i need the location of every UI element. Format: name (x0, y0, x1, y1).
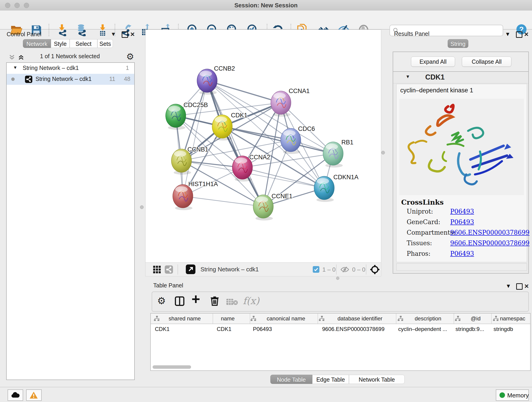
gene-section-header[interactable]: ▼ CDK1 (393, 72, 528, 83)
crosslink-tissues-link[interactable]: 9606.ENSP00000378699 (450, 240, 530, 247)
tab-style[interactable]: Style (51, 39, 70, 48)
horizontal-scrollbar-thumb[interactable] (152, 365, 191, 369)
column-header[interactable]: name (209, 315, 246, 322)
footer-divider (366, 264, 366, 274)
column-header[interactable]: shared name (162, 315, 208, 322)
crosslink-label: Compartments: (407, 229, 455, 236)
cloud-icon (11, 392, 20, 398)
cell-at-id[interactable]: stringdb:9... (456, 326, 490, 332)
delete-column-trash-icon[interactable] (209, 296, 220, 306)
fit-selected-crosshair-icon[interactable] (370, 264, 380, 275)
tab-network-table[interactable]: Network Table (349, 375, 405, 384)
table-options-gear-icon[interactable]: ⚙ (157, 295, 166, 306)
cell-name[interactable]: CDK1 (217, 326, 247, 332)
network-overview-icon[interactable] (165, 265, 173, 274)
crosslink-genecard-link[interactable]: P06493 (450, 218, 474, 225)
node-label-hist1h1a: HIST1H1A (188, 181, 218, 187)
crosslink-compartments-link[interactable]: 9606.ENSP00000378699 (450, 229, 530, 236)
cell-database-identifier[interactable]: 9606.ENSP00000378699 (322, 326, 393, 332)
add-column-icon[interactable]: + (191, 291, 200, 307)
function-builder-icon: f(x) (243, 295, 259, 306)
cell-description[interactable]: cyclin–dependent ... (398, 326, 451, 332)
column-header[interactable]: namespac (500, 315, 530, 322)
node-label-cdc25b: CDC25B (184, 102, 208, 108)
network-collection-row[interactable]: ▼ String Network – cdk1 1 (7, 64, 134, 73)
network-node-ccne1[interactable] (253, 195, 273, 220)
column-separator[interactable] (213, 313, 213, 324)
birds-eye-view-icon[interactable] (153, 265, 161, 274)
node-label-cdk1: CDK1 (231, 112, 247, 119)
gene-details-box: cyclin–dependent kinase 1 (396, 84, 527, 262)
column-header[interactable]: description (405, 315, 451, 322)
selected-counts: 1 – 0 (322, 266, 336, 273)
network-canvas[interactable]: CCNB2CCNA1CDC25BCDK1CDC6RB1CCNB1CCNA2CDK… (145, 30, 381, 263)
collapse-panel-icon[interactable]: ▼ (506, 283, 511, 289)
left-splitter-handle[interactable] (140, 205, 144, 209)
titlebar: Session: New Session (0, 0, 532, 11)
memory-button[interactable]: Memory (496, 389, 529, 401)
column-separator[interactable] (491, 313, 492, 324)
column-separator[interactable] (396, 313, 396, 324)
column-separator[interactable] (454, 313, 454, 324)
crosslink-pharos-link[interactable]: P06493 (450, 250, 474, 257)
network-options-gear-icon[interactable]: ⚙ (126, 51, 134, 62)
network-node-hist1h1a[interactable] (173, 185, 193, 210)
column-separator[interactable] (317, 313, 318, 324)
open-in-new-window-icon[interactable] (186, 264, 196, 274)
tab-select[interactable]: Select (70, 39, 97, 48)
results-panel-title: Results Panel (394, 31, 429, 37)
column-header[interactable]: @id (462, 315, 489, 322)
network-graph[interactable]: CCNB2CCNA1CDC25BCDK1CDC6RB1CCNB1CCNA2CDK… (146, 30, 381, 263)
close-panel-icon[interactable]: × (524, 30, 529, 38)
column-separator[interactable] (250, 313, 250, 324)
warnings-button[interactable] (26, 389, 42, 401)
expand-all-networks-icon[interactable] (8, 54, 15, 61)
column-header[interactable]: database identifier (327, 315, 393, 322)
network-node-ccnb2[interactable] (197, 69, 217, 95)
results-scroll-strip[interactable] (396, 263, 527, 271)
cell-canonical-name[interactable]: P06493 (253, 326, 312, 332)
right-splitter-handle[interactable] (381, 151, 385, 154)
tab-network[interactable]: Network (23, 39, 51, 48)
close-panel-icon[interactable]: × (525, 282, 529, 290)
column-hierarchy-icon (154, 316, 160, 322)
column-header[interactable]: canonical name (259, 315, 313, 322)
tab-edge-table[interactable]: Edge Table (312, 375, 349, 384)
close-panel-icon[interactable]: × (130, 30, 135, 38)
network-node-ccna1[interactable] (271, 91, 291, 117)
collapse-all-button[interactable]: Collapse All (462, 57, 511, 67)
current-network-title: String Network – cdk1 (201, 266, 259, 273)
network-node-rb1[interactable] (323, 142, 343, 167)
network-row-selected[interactable]: String Network – cdk1 11 48 (7, 74, 134, 85)
table-row[interactable]: CDK1 CDK1 P06493 9606.ENSP00000378699 cy… (151, 324, 530, 334)
collapse-all-networks-icon[interactable] (18, 54, 25, 61)
section-expander-icon[interactable]: ▼ (405, 74, 410, 79)
footer-divider (177, 264, 178, 274)
memory-label: Memory (507, 392, 529, 399)
control-panel-title: Control Panel (7, 31, 41, 38)
expand-all-button[interactable]: Expand All (411, 57, 455, 67)
cell-shared-name[interactable]: CDK1 (155, 326, 210, 332)
cell-namespace[interactable]: stringdb (494, 326, 528, 332)
footer-divider (336, 264, 336, 274)
tab-string[interactable]: String (448, 39, 468, 48)
cloud-status-button[interactable] (7, 389, 23, 401)
table-panel-title: Table Panel (153, 282, 183, 289)
status-bar: Memory (0, 387, 532, 402)
float-panel-icon[interactable] (516, 283, 523, 290)
network-node-cdc25b[interactable] (166, 104, 186, 130)
memory-status-dot-icon (500, 392, 505, 398)
float-panel-icon[interactable] (122, 32, 128, 38)
tab-node-table[interactable]: Node Table (270, 375, 312, 384)
network-node-cdkn1a[interactable] (314, 176, 334, 202)
float-panel-icon[interactable] (516, 32, 522, 38)
collapse-panel-icon[interactable]: ▼ (505, 32, 510, 37)
selected-nodes-checkbox-icon[interactable] (313, 266, 319, 273)
show-columns-icon[interactable] (175, 296, 185, 306)
crosslink-uniprot-link[interactable]: P06493 (450, 208, 474, 215)
crosslink-label: Uniprot: (407, 208, 433, 215)
tree-expander-icon[interactable]: ▼ (13, 65, 17, 70)
current-network-bullet-icon (11, 77, 15, 81)
collapse-panel-icon[interactable]: ▼ (111, 32, 116, 37)
tab-sets[interactable]: Sets (97, 39, 113, 48)
